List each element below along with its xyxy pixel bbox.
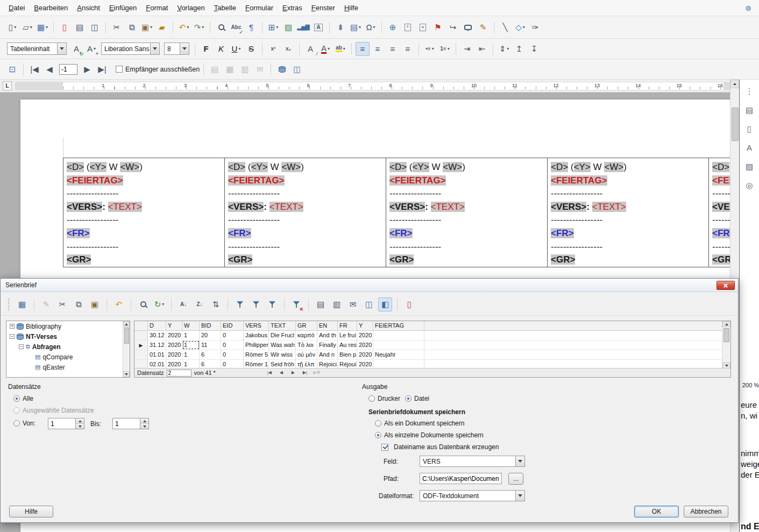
font-size-combo[interactable]: 8 <box>164 42 189 55</box>
menu-format[interactable]: Format <box>141 1 172 15</box>
insert-line-icon[interactable]: ╲ <box>498 20 512 34</box>
row-selector[interactable]: ▶ <box>134 341 148 350</box>
first-record-icon[interactable]: |◀ <box>264 369 275 377</box>
find-record-icon[interactable] <box>136 297 150 311</box>
styles-panel-icon[interactable]: A <box>742 141 756 155</box>
menu-formular[interactable]: Formular <box>241 1 278 15</box>
properties-panel-icon[interactable]: ▤ <box>742 103 756 117</box>
cancel-button[interactable]: Abbrechen <box>684 506 728 517</box>
table-cell[interactable]: 1 <box>182 341 200 350</box>
spinner-buttons[interactable] <box>75 418 84 429</box>
align-left-icon[interactable]: ≡ <box>356 42 370 56</box>
scrollbar-thumb[interactable] <box>124 328 129 344</box>
column-header-w[interactable]: W <box>182 321 200 330</box>
tree-item-qcompare[interactable]: ▤qCompare <box>6 352 130 362</box>
column-header-bid[interactable]: BID <box>200 321 221 330</box>
menu-hilfe[interactable]: Hilfe <box>340 1 363 15</box>
last-record-icon[interactable]: ▶| <box>95 62 109 76</box>
previous-record-icon[interactable]: ◀ <box>42 62 56 76</box>
column-header-vers[interactable]: VERS <box>244 321 269 330</box>
table-cell[interactable]: 2020 <box>357 331 373 340</box>
tree-item-abfragen[interactable]: −⧉Abfragen <box>6 342 130 352</box>
dropdown-button[interactable] <box>150 43 159 54</box>
subscript-icon[interactable]: x₂ <box>281 42 295 56</box>
column-header-y[interactable]: Y <box>166 321 182 330</box>
exclude-recipient-option[interactable]: Empfänger ausschließen <box>116 66 200 73</box>
align-right-icon[interactable]: ≡ <box>386 42 400 56</box>
next-record-icon[interactable]: ▶ <box>80 62 94 76</box>
table-cell[interactable]: Philipper <box>244 341 269 350</box>
table-cell[interactable]: 2020 <box>166 341 182 350</box>
table-cell[interactable]: Finally <box>317 341 338 350</box>
menu-fenster[interactable]: Fenster <box>307 1 339 15</box>
chevron-down-icon[interactable]: ▾ <box>202 25 204 30</box>
radio-icon[interactable] <box>375 420 381 427</box>
table-cell[interactable] <box>373 341 424 350</box>
data-source-of-current-document-icon[interactable]: ◫ <box>362 297 376 311</box>
clone-formatting-icon[interactable]: ▰ <box>155 20 169 34</box>
scroll-up-icon[interactable] <box>730 80 739 88</box>
column-header-y[interactable]: Y <box>357 321 373 330</box>
to-record-spinner[interactable] <box>112 418 149 429</box>
table-cell[interactable]: Römer 5, <box>244 350 269 359</box>
menu-einfügen[interactable]: Einfügen <box>105 1 141 15</box>
insert-footnote-icon[interactable]: ¹ <box>401 20 415 34</box>
table-cell[interactable]: Was wah <box>269 341 296 350</box>
scrollbar-thumb[interactable] <box>732 108 739 141</box>
table-cell[interactable]: Die Frucl <box>269 331 296 340</box>
chevron-down-icon[interactable]: ▾ <box>162 302 164 307</box>
insert-image-icon[interactable]: ▨ <box>281 20 295 34</box>
menu-vorlagen[interactable]: Vorlagen <box>173 1 209 15</box>
gallery-panel-icon[interactable]: ▨ <box>742 160 756 174</box>
superscript-icon[interactable]: x² <box>266 42 280 56</box>
data-sources-icon[interactable] <box>275 62 289 76</box>
table-cell[interactable]: Wir wiss <box>269 350 296 359</box>
sidebar-settings-icon[interactable]: ⋮ <box>742 84 756 98</box>
radio-selected-icon[interactable] <box>13 395 20 402</box>
merged-document-preview-icon[interactable]: ▯ <box>402 297 416 311</box>
table-cell[interactable]: 1 <box>182 350 200 359</box>
chevron-down-icon[interactable]: ▾ <box>150 25 152 30</box>
menu-ansicht[interactable]: Ansicht <box>73 1 104 15</box>
cut-icon[interactable]: ✂ <box>55 297 69 311</box>
table-cell[interactable]: 30.12 <box>148 331 166 340</box>
table-cell[interactable]: 20 <box>200 331 221 340</box>
spin-down-icon[interactable] <box>140 424 148 429</box>
show-draw-functions-icon[interactable]: ✑ <box>528 20 542 34</box>
spinner-buttons[interactable] <box>140 418 148 429</box>
radio-single-document[interactable]: Als ein Dokument speichern <box>375 420 464 427</box>
column-header-en[interactable]: EN <box>317 321 338 330</box>
chevron-down-icon[interactable]: ▾ <box>343 46 345 51</box>
chevron-down-icon[interactable]: ▾ <box>523 25 525 30</box>
radio-selected-icon[interactable] <box>405 395 412 402</box>
ok-button[interactable]: OK <box>634 506 679 517</box>
underline-icon[interactable]: U▾ <box>229 42 243 56</box>
menu-tabelle[interactable]: Tabelle <box>210 1 240 15</box>
align-center-icon[interactable]: ≡ <box>371 42 385 56</box>
bold-icon[interactable]: F <box>199 42 213 56</box>
from-record-spinner[interactable] <box>48 418 84 429</box>
copy-icon[interactable]: ⧉ <box>125 20 139 34</box>
table-cell[interactable]: And n <box>317 350 338 359</box>
table-cell[interactable]: 11 <box>200 341 221 350</box>
filename-from-database-option[interactable]: Dateiname aus Datenbank erzeugen <box>381 443 499 451</box>
browse-button[interactable]: ... <box>508 473 523 485</box>
close-icon[interactable] <box>717 281 735 290</box>
navigator-panel-icon[interactable]: ◎ <box>742 179 756 193</box>
paste-icon[interactable]: ▣▾ <box>140 20 154 34</box>
justified-icon[interactable]: ≡ <box>401 42 415 56</box>
spin-up-icon[interactable] <box>140 418 148 424</box>
data-to-fields-icon[interactable]: ▥ <box>330 297 344 311</box>
tree-scrollbar[interactable] <box>123 321 130 377</box>
table-cell[interactable]: Τὸ λοι <box>296 341 317 350</box>
collapse-icon[interactable]: − <box>10 334 15 339</box>
insert-bookmark-icon[interactable]: ⚑ <box>431 20 445 34</box>
chevron-down-icon[interactable]: ▾ <box>328 46 330 51</box>
table-cell[interactable]: 2020 <box>166 331 182 340</box>
column-header-fr[interactable]: FR <box>338 321 357 330</box>
last-record-icon[interactable]: ▶| <box>300 369 310 377</box>
chevron-down-icon[interactable]: ▾ <box>14 25 16 30</box>
track-changes-icon[interactable]: ✎ <box>476 20 490 34</box>
basic-shapes-icon[interactable]: ◇▾ <box>513 20 527 34</box>
menu-datei[interactable]: Datei <box>4 1 29 15</box>
